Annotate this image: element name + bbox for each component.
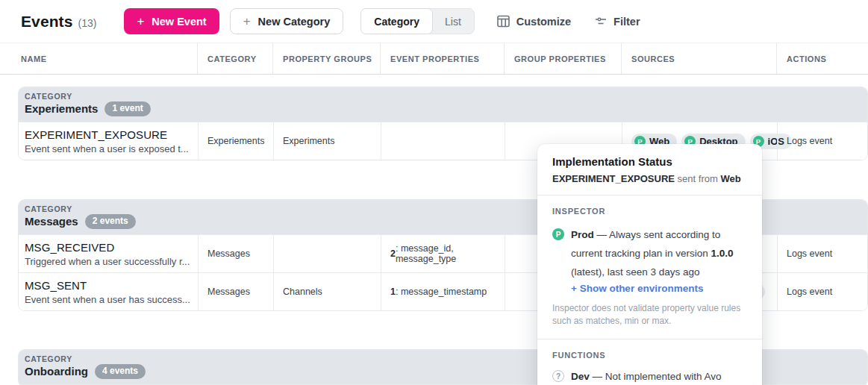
- event-name: MSG_RECEIVED: [25, 241, 114, 254]
- popover-title: Implementation Status: [552, 155, 747, 168]
- functions-label: FUNCTIONS: [552, 351, 747, 360]
- category-band: CATEGORY Experiements 1 event: [19, 87, 867, 122]
- columns-table-icon: [497, 15, 510, 28]
- actions-cell: Logs event: [777, 122, 867, 160]
- column-header-category: CATEGORY: [197, 43, 272, 74]
- prod-status-icon: P: [552, 228, 564, 240]
- functions-status-text: Dev — Not implemented with Avo Functions: [571, 369, 747, 385]
- plus-icon: +: [137, 15, 144, 28]
- event-properties-cell: 1 : message_timestamp: [381, 273, 505, 310]
- category-name: Onboarding: [25, 365, 88, 378]
- page-title-text: Events: [21, 13, 72, 31]
- column-header-property-groups: PROPERTY GROUPS: [272, 43, 380, 74]
- property-groups-cell: Channels: [273, 273, 381, 310]
- column-header-sources: SOURCES: [621, 43, 776, 74]
- column-header-actions: ACTIONS: [776, 43, 868, 74]
- new-event-button[interactable]: + New Event: [124, 8, 219, 34]
- plus-icon: +: [243, 15, 251, 28]
- category-name: Messages: [25, 215, 78, 228]
- event-properties-cell: [381, 122, 505, 160]
- column-header-group-properties: GROUP PROPERTIES: [504, 43, 621, 74]
- functions-section: FUNCTIONS ? Dev — Not implemented with A…: [537, 339, 762, 385]
- show-other-environments-link[interactable]: + Show other environments: [571, 283, 747, 294]
- toggle-category[interactable]: Category: [360, 8, 433, 34]
- inspector-section: INSPECTOR P Prod — Always sent according…: [537, 195, 762, 339]
- property-groups-cell: [273, 235, 381, 272]
- customize-button[interactable]: Customize: [497, 15, 571, 28]
- event-name-cell: MSG_RECEIVED Triggered when a user succe…: [19, 235, 198, 272]
- filter-label: Filter: [613, 16, 640, 28]
- event-description: Event sent when a user has success...: [25, 294, 190, 305]
- page-title: Events (13): [21, 13, 96, 31]
- customize-label: Customize: [516, 16, 571, 28]
- events-page: Events (13) + New Event + New Category C…: [0, 0, 868, 385]
- category-cell: Messages: [198, 273, 273, 310]
- new-category-label: New Category: [258, 16, 331, 28]
- toggle-list[interactable]: List: [432, 9, 474, 34]
- events-count: (13): [78, 17, 96, 29]
- toolbar: Events (13) + New Event + New Category C…: [0, 0, 868, 43]
- implementation-status-popover: Implementation Status EXPERIMENT_EXPOSUR…: [537, 144, 762, 385]
- inspector-label: INSPECTOR: [552, 207, 747, 216]
- event-description: Event sent when a user is exposed t...: [25, 143, 189, 154]
- event-name-cell: EXPERIMENT_EXPOSURE Event sent when a us…: [19, 122, 198, 160]
- event-name-cell: MSG_SENT Event sent when a user has succ…: [19, 273, 198, 310]
- event-name: EXPERIMENT_EXPOSURE: [25, 128, 167, 141]
- actions-cell: Logs event: [777, 235, 867, 272]
- category-name: Experiements: [25, 102, 98, 115]
- view-toggle: Category List: [360, 8, 474, 34]
- category-label: CATEGORY: [25, 92, 867, 101]
- actions-cell: Logs event: [777, 273, 867, 310]
- column-header-name: NAME: [0, 43, 197, 74]
- filter-icon: [595, 16, 607, 27]
- inspector-status-text: Prod — Always sent according to current …: [571, 225, 747, 281]
- question-mark-icon: ?: [552, 370, 564, 382]
- table-header: NAME CATEGORY PROPERTY GROUPS EVENT PROP…: [0, 43, 868, 75]
- event-properties-cell: 2 : message_id, message_type: [381, 235, 505, 272]
- popover-subtitle: EXPERIMENT_EXPOSURE sent from Web: [552, 173, 747, 184]
- new-event-label: New Event: [152, 16, 206, 28]
- event-description: Triggered when a user successfully r...: [25, 256, 190, 267]
- event-name: MSG_SENT: [25, 279, 87, 292]
- category-cell: Experiements: [198, 122, 273, 160]
- popover-source-name: Web: [720, 173, 740, 184]
- category-cell: Messages: [198, 235, 273, 272]
- new-category-button[interactable]: + New Category: [230, 8, 344, 34]
- filter-button[interactable]: Filter: [595, 16, 640, 28]
- event-count-badge: 4 events: [95, 364, 146, 379]
- event-count-badge: 2 events: [85, 214, 136, 229]
- popover-event-name: EXPERIMENT_EXPOSURE: [552, 173, 675, 184]
- column-header-event-properties: EVENT PROPERTIES: [380, 43, 504, 74]
- property-groups-cell: Experiments: [273, 122, 381, 160]
- inspector-note: Inspector does not validate property val…: [552, 302, 747, 328]
- event-count-badge: 1 event: [104, 101, 150, 116]
